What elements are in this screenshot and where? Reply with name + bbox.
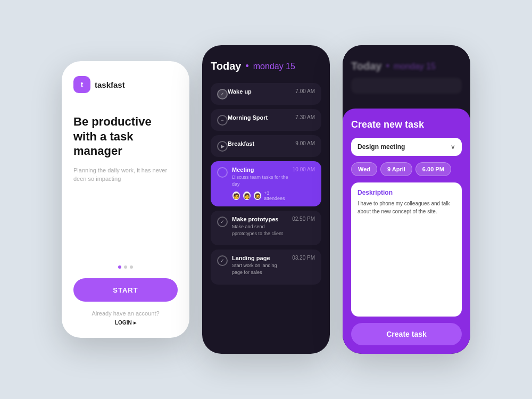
task-name: Wake up: [228, 88, 295, 95]
task-list: ✓ Wake up 7.00 AM − Morning Sport 7.30 A…: [211, 83, 321, 343]
top-area: Today • monday 15: [343, 45, 470, 109]
dropdown-label: Design meeting: [358, 143, 405, 151]
already-text: Already have an account?: [73, 310, 178, 317]
create-task-button[interactable]: Create task: [351, 323, 462, 345]
dot-3[interactable]: [130, 265, 133, 269]
task-time: 7.00 AM: [295, 88, 315, 94]
create-panel-title: Create new task: [351, 119, 462, 130]
date-chips: Wed 9 April 6.00 PM: [351, 162, 462, 176]
time-chip[interactable]: 6.00 PM: [415, 162, 451, 176]
header-date: monday 15: [253, 62, 295, 71]
description-box[interactable]: Deskription I have to phone my colleague…: [351, 182, 462, 317]
task-type-dropdown[interactable]: Design meeting ∨: [351, 138, 462, 156]
headline: Be productive with a task manager: [73, 114, 178, 159]
task-time: 7.30 AM: [295, 114, 315, 120]
task-name: Meeting: [232, 167, 288, 173]
task-list-screen: Today • monday 15 ✓ Wake up 7.00 AM − Mo…: [202, 45, 330, 354]
task-name: Morning Sport: [228, 114, 295, 121]
task-time: 9.00 AM: [295, 140, 315, 146]
login-arrow: ▸: [134, 320, 136, 326]
task-name: Landing page: [232, 255, 288, 261]
task-item-morning-sport[interactable]: − Morning Sport 7.30 AM: [211, 109, 321, 131]
task-minus-icon: −: [217, 115, 228, 126]
task-time: 02.50 PM: [292, 216, 315, 222]
logo-icon: t: [73, 76, 90, 93]
task-play-icon: ▶: [217, 141, 228, 152]
task-time: 03.20 PM: [292, 255, 315, 261]
task-item-wake-up[interactable]: ✓ Wake up 7.00 AM: [211, 83, 321, 105]
start-button[interactable]: START: [73, 278, 178, 302]
onboarding-screen: t taskfast Be productive with a task man…: [62, 61, 189, 338]
task-item-prototypes[interactable]: ✓ Make prototypes Make and send pprototy…: [211, 211, 321, 245]
task-item-meeting[interactable]: Meeting Discuss team tasks for the day 🧑…: [211, 161, 321, 206]
date-chip[interactable]: 9 April: [380, 162, 412, 176]
dot-1[interactable]: [118, 265, 121, 269]
logo-row: t taskfast: [73, 76, 178, 93]
header-blurred: Today • monday 15: [351, 60, 462, 72]
subtext: Planning the daily work, it has never de…: [73, 166, 178, 184]
day-chip[interactable]: Wed: [351, 162, 377, 176]
header-separator: •: [245, 61, 248, 72]
header-separator: •: [386, 61, 389, 72]
task-circle-icon: [217, 167, 228, 178]
description-text: I have to phone my colleagues and talk a…: [358, 200, 455, 215]
task-name: Breakfast: [228, 140, 295, 147]
blurred-task-row: [351, 78, 462, 94]
login-link[interactable]: LOGIN ▸: [73, 319, 178, 326]
task-check-icon: ✓: [217, 255, 228, 266]
task-desc: Start work on landing page for sales: [232, 262, 288, 276]
create-task-screen: Today • monday 15 Create new task Design…: [343, 45, 470, 354]
description-label: Deskription: [358, 189, 455, 196]
avatar-3: 🧔: [253, 191, 262, 201]
task-check-icon: ✓: [217, 89, 228, 99]
chevron-down-icon: ∨: [451, 143, 455, 151]
task-desc: Discuss team tasks for the day: [232, 174, 288, 187]
task-time: 10.00 AM: [293, 167, 315, 172]
app-name: taskfast: [95, 80, 125, 89]
task-check-icon: ✓: [217, 217, 228, 227]
task-desc: Make and send pprototypes to the client: [232, 223, 288, 237]
create-panel: Create new task Design meeting ∨ Wed 9 A…: [343, 109, 470, 354]
task-name: Make prototypes: [232, 216, 288, 222]
dot-2[interactable]: [124, 265, 127, 269]
attendees-count: +3 attendees: [264, 190, 288, 201]
avatar-1: 🧑: [232, 191, 240, 201]
header-today: Today: [351, 60, 381, 72]
attendees-row: 🧑 👩 🧔 +3 attendees: [232, 190, 288, 201]
pagination-dots: [73, 265, 178, 269]
header-today: Today: [211, 60, 241, 72]
header-row: Today • monday 15: [211, 60, 321, 72]
header-date: monday 15: [394, 62, 436, 71]
avatar-2: 👩: [243, 191, 251, 201]
task-item-landing[interactable]: ✓ Landing page Start work on landing pag…: [211, 250, 321, 284]
task-item-breakfast[interactable]: ▶ Breakfast 9.00 AM: [211, 135, 321, 157]
